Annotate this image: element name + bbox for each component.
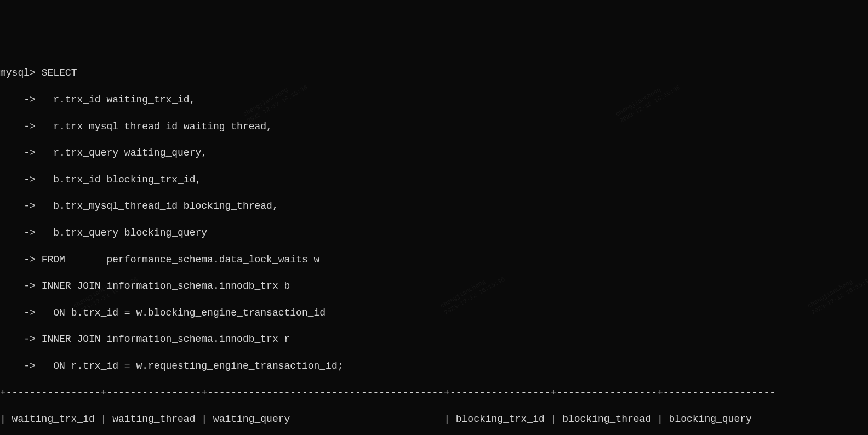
continuation-arrow: ->	[0, 174, 36, 185]
sql-text: ON b.trx_id = w.blocking_engine_transact…	[42, 307, 326, 318]
sql-text: INNER JOIN information_schema.innodb_trx…	[42, 281, 290, 291]
sql-text: r.trx_id waiting_trx_id,	[42, 94, 196, 105]
sql-line: -> b.trx_mysql_thread_id blocking_thread…	[0, 199, 868, 213]
mysql-prompt: mysql>	[0, 67, 36, 78]
sql-line: -> r.trx_mysql_thread_id waiting_thread,	[0, 120, 868, 133]
continuation-arrow: ->	[0, 227, 36, 238]
continuation-arrow: ->	[0, 254, 36, 265]
continuation-arrow: ->	[0, 147, 36, 158]
terminal-output: mysql> SELECT -> r.trx_id waiting_trx_id…	[0, 53, 868, 435]
sql-line: -> r.trx_id waiting_trx_id,	[0, 93, 868, 106]
sql-text: ON r.trx_id = w.requesting_engine_transa…	[42, 360, 344, 371]
sql-line: -> INNER JOIN information_schema.innodb_…	[0, 279, 868, 293]
sql-text: b.trx_query blocking_query	[42, 227, 207, 238]
sql-line: -> FROM performance_schema.data_lock_wai…	[0, 253, 868, 266]
continuation-arrow: ->	[0, 121, 36, 132]
sql-line: -> INNER JOIN information_schema.innodb_…	[0, 333, 868, 346]
sql-text: b.trx_mysql_thread_id blocking_thread,	[42, 201, 278, 211]
sql-text: INNER JOIN information_schema.innodb_trx…	[42, 334, 290, 345]
table-border-top: +----------------+----------------+-----…	[0, 386, 868, 399]
sql-line: mysql> SELECT	[0, 66, 868, 79]
continuation-arrow: ->	[0, 94, 36, 105]
sql-text: r.trx_query waiting_query,	[42, 147, 207, 158]
continuation-arrow: ->	[0, 334, 36, 345]
sql-line: -> r.trx_query waiting_query,	[0, 146, 868, 159]
continuation-arrow: ->	[0, 281, 36, 291]
sql-line: -> b.trx_id blocking_trx_id,	[0, 173, 868, 186]
sql-text: r.trx_mysql_thread_id waiting_thread,	[42, 121, 272, 132]
table-header-row: | waiting_trx_id | waiting_thread | wait…	[0, 413, 868, 426]
continuation-arrow: ->	[0, 307, 36, 318]
sql-text: b.trx_id blocking_trx_id,	[42, 174, 202, 185]
sql-text: FROM performance_schema.data_lock_waits …	[42, 254, 320, 265]
sql-line: -> ON r.trx_id = w.requesting_engine_tra…	[0, 359, 868, 373]
sql-line: -> b.trx_query blocking_query	[0, 226, 868, 239]
continuation-arrow: ->	[0, 360, 36, 371]
sql-line: -> ON b.trx_id = w.blocking_engine_trans…	[0, 306, 868, 319]
continuation-arrow: ->	[0, 201, 36, 211]
sql-text: SELECT	[42, 67, 77, 78]
